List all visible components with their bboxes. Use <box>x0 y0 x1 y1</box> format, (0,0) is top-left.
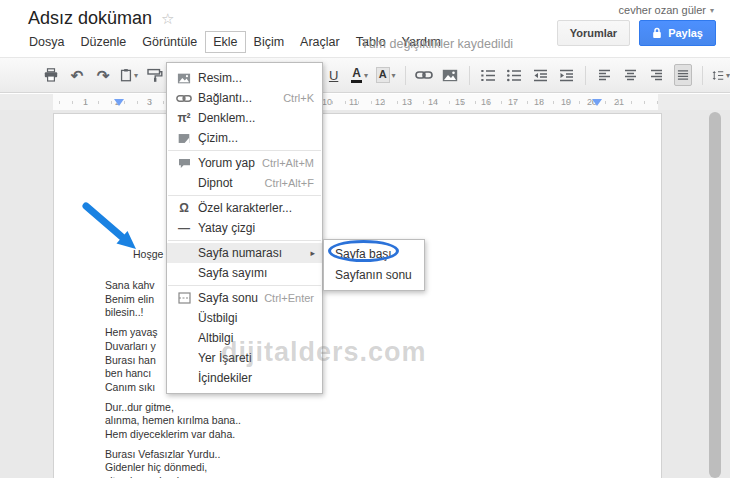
doc-line: Hem diyeceklerim var daha. <box>105 428 241 442</box>
page-break-icon <box>175 288 193 308</box>
highlight-color-button[interactable]: A ▾ <box>377 64 395 86</box>
numbered-list-icon <box>480 69 496 82</box>
ruler-mark: 15 <box>455 97 465 107</box>
document-title-row: Adsız doküman ☆ <box>28 8 175 29</box>
menu-item-label: Resim... <box>198 71 242 85</box>
omega-icon: Ω <box>175 198 193 218</box>
align-left-button[interactable] <box>596 64 614 86</box>
header-actions: Yorumlar Paylaş <box>557 20 716 46</box>
align-center-button[interactable] <box>622 64 640 86</box>
image-icon <box>442 69 458 82</box>
comment-icon <box>175 153 193 173</box>
menu-item-label: Bağlantı... <box>198 91 252 105</box>
user-name: cevher ozan güler <box>619 4 706 16</box>
chevron-down-icon: ▾ <box>726 71 730 80</box>
insert-link-button[interactable] <box>415 64 433 86</box>
menu-goruntule[interactable]: Görüntüle <box>134 31 205 53</box>
image-icon <box>175 68 193 88</box>
document-canvas: Hoşge Sana kahv Benim elin bilesin..! He… <box>0 110 730 478</box>
menu-duzenle[interactable]: Düzenle <box>72 31 134 53</box>
menu-item-icindekiler[interactable]: İçindekiler <box>167 368 322 388</box>
underline-button[interactable]: U <box>325 64 343 86</box>
menu-item-cizim[interactable]: Çizim... <box>167 128 322 148</box>
equation-icon: π² <box>175 108 193 128</box>
ruler-mark: 17 <box>508 97 518 107</box>
redo-button[interactable]: ↷ <box>94 64 112 86</box>
ruler-mark: 12 <box>375 97 385 107</box>
document-title[interactable]: Adsız doküman <box>28 8 152 29</box>
submenu-item-sayfanin-sonu[interactable]: Sayfanın sonu <box>324 265 424 286</box>
ruler-mark: 21 <box>614 97 624 107</box>
arrow-annotation <box>80 200 144 256</box>
menu-item-sayfa-sonu[interactable]: Sayfa sonu Ctrl+Enter <box>167 288 322 308</box>
ruler-mark: 16 <box>481 97 491 107</box>
share-button[interactable]: Paylaş <box>639 20 716 46</box>
menu-separator <box>168 195 321 196</box>
underline-icon: U <box>329 69 338 82</box>
menu-bicim[interactable]: Biçim <box>246 31 293 53</box>
menu-item-baglanti[interactable]: Bağlantı... Ctrl+K <box>167 88 322 108</box>
menu-item-yorum-yap[interactable]: Yorum yap Ctrl+Alt+M <box>167 153 322 173</box>
undo-button[interactable]: ↶ <box>68 64 86 86</box>
menu-item-sayfa-numarasi[interactable]: Sayfa numarası ▸ <box>167 243 322 263</box>
menu-item-resim[interactable]: Resim... <box>167 68 322 88</box>
print-button[interactable] <box>42 64 60 86</box>
align-justify-button[interactable] <box>674 64 692 86</box>
menu-separator <box>168 150 321 151</box>
menu-item-sayfa-sayimi[interactable]: Sayfa sayımı <box>167 263 322 283</box>
menu-separator <box>168 285 321 286</box>
increase-indent-icon <box>559 69 574 82</box>
chevron-down-icon: ▾ <box>710 6 714 15</box>
align-center-icon <box>624 69 637 81</box>
menu-item-dipnot[interactable]: Dipnot Ctrl+Alt+F <box>167 173 322 193</box>
undo-icon: ↶ <box>71 68 84 83</box>
ruler-mark: 14 <box>428 97 438 107</box>
bullet-list-button[interactable] <box>505 64 523 86</box>
menu-item-ozel-karakterler[interactable]: Ω Özel karakterler... <box>167 198 322 218</box>
comments-button[interactable]: Yorumlar <box>557 20 630 46</box>
clipboard-icon <box>120 68 132 82</box>
text-color-button[interactable]: A ▾ <box>351 64 369 86</box>
increase-indent-button[interactable] <box>557 64 575 86</box>
align-right-button[interactable] <box>648 64 666 86</box>
ruler-mark: 10 <box>322 97 332 107</box>
insert-image-button[interactable] <box>441 64 459 86</box>
account-menu[interactable]: cevher ozan güler ▾ <box>619 4 714 16</box>
menu-item-denklem[interactable]: π² Denklem... <box>167 108 322 128</box>
share-button-label: Paylaş <box>668 27 703 39</box>
numbered-list-button[interactable] <box>479 64 497 86</box>
align-right-icon <box>650 69 663 81</box>
menu-item-label: Sayfa sayımı <box>198 266 267 280</box>
ruler-mark: 3 <box>147 97 152 107</box>
right-margin-marker[interactable] <box>592 99 602 106</box>
menu-item-yatay-cizgi[interactable]: — Yatay çizgi <box>167 218 322 238</box>
vertical-scrollbar[interactable] <box>709 112 721 478</box>
doc-line: Dur..dur gitme, <box>105 401 241 415</box>
watermark-text: dijitalders.com <box>221 337 427 368</box>
menu-item-label: Denklem... <box>198 111 255 125</box>
menu-item-label: Üstbilgi <box>198 311 237 325</box>
line-spacing-button[interactable]: ▾ <box>712 64 730 86</box>
menu-item-label: Sayfa sonu <box>198 291 258 305</box>
menu-araclar[interactable]: Araçlar <box>292 31 348 53</box>
paste-format-button[interactable]: ▾ <box>120 64 138 86</box>
highlight-color-icon: A <box>376 67 390 82</box>
menu-item-ustbilgi[interactable]: Üstbilgi <box>167 308 322 328</box>
paragraph: Dur..dur gitme, alınma, hemen kırılma ba… <box>105 401 241 442</box>
menu-item-label: Özel karakterler... <box>198 201 292 215</box>
menu-dosya[interactable]: Dosya <box>21 31 72 53</box>
menu-shortcut: Ctrl+Alt+M <box>262 153 314 173</box>
menu-ekle[interactable]: Ekle <box>205 31 245 53</box>
paint-format-button[interactable] <box>146 64 164 86</box>
menu-shortcut: Ctrl+Alt+F <box>264 173 314 193</box>
ruler-mark: 19 <box>561 97 571 107</box>
bullet-list-icon <box>506 69 522 82</box>
menu-shortcut: Ctrl+Enter <box>264 288 314 308</box>
horizontal-line-icon: — <box>175 218 193 238</box>
decrease-indent-button[interactable] <box>531 64 549 86</box>
decrease-indent-icon <box>533 69 548 82</box>
star-icon[interactable]: ☆ <box>161 10 174 28</box>
indent-marker[interactable] <box>114 99 124 106</box>
chevron-down-icon: ▾ <box>364 71 368 80</box>
doc-line: Gidenler hiç dönmedi, <box>105 461 241 475</box>
